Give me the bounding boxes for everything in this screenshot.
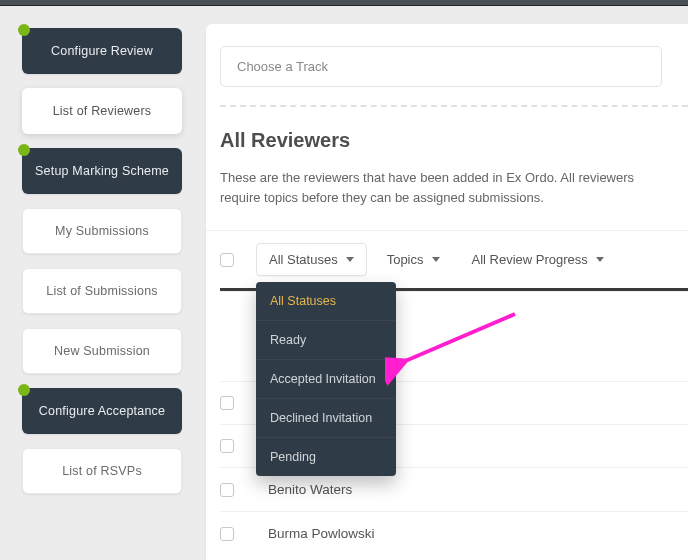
filter-progress-label: All Review Progress xyxy=(472,252,588,267)
status-option-accepted[interactable]: Accepted Invitation xyxy=(256,359,396,398)
status-option-ready[interactable]: Ready xyxy=(256,320,396,359)
sidebar-item-label: List of Reviewers xyxy=(53,104,152,118)
panel: Choose a Track All Reviewers These are t… xyxy=(206,24,688,560)
page-title: All Reviewers xyxy=(220,129,688,152)
chevron-down-icon xyxy=(346,257,354,262)
filter-status[interactable]: All Statuses All Statuses Ready Accepted… xyxy=(256,243,367,276)
status-option-label: Accepted Invitation xyxy=(270,372,376,386)
status-dot-icon xyxy=(18,24,30,36)
status-option-label: Pending xyxy=(270,450,316,464)
status-option-declined[interactable]: Declined Invitation xyxy=(256,398,396,437)
sidebar: Configure Review List of Reviewers Setup… xyxy=(0,6,188,560)
track-bar: Choose a Track xyxy=(206,24,688,87)
row-checkbox[interactable] xyxy=(220,483,234,497)
sidebar-item-label: Configure Acceptance xyxy=(39,404,165,418)
status-option-label: Ready xyxy=(270,333,306,347)
reviewer-name: Benito Waters xyxy=(268,482,352,497)
sidebar-item-label: List of Submissions xyxy=(46,284,157,298)
sidebar-item-label: Setup Marking Scheme xyxy=(35,164,169,178)
sidebar-item-label: My Submissions xyxy=(55,224,149,238)
track-select[interactable]: Choose a Track xyxy=(220,46,662,87)
filter-topics-label: Topics xyxy=(387,252,424,267)
filter-progress[interactable]: All Review Progress xyxy=(460,244,616,275)
page: Configure Review List of Reviewers Setup… xyxy=(0,6,688,560)
sidebar-item-configure-review[interactable]: Configure Review xyxy=(22,28,176,74)
filter-status-label: All Statuses xyxy=(269,252,338,267)
divider-dashed xyxy=(220,105,688,107)
status-dot-icon xyxy=(18,384,30,396)
status-option-label: All Statuses xyxy=(270,294,336,308)
status-option-pending[interactable]: Pending xyxy=(256,437,396,476)
select-all-checkbox[interactable] xyxy=(220,253,234,267)
status-dropdown: All Statuses Ready Accepted Invitation D… xyxy=(256,282,396,476)
page-description: These are the reviewers that have been a… xyxy=(220,168,664,208)
sidebar-item-list-of-reviewers[interactable]: List of Reviewers xyxy=(22,88,176,134)
sidebar-item-setup-marking-scheme[interactable]: Setup Marking Scheme xyxy=(22,148,176,194)
row-checkbox[interactable] xyxy=(220,396,234,410)
chevron-down-icon xyxy=(432,257,440,262)
sidebar-item-label: List of RSVPs xyxy=(62,464,142,478)
status-dot-icon xyxy=(18,144,30,156)
row-checkbox[interactable] xyxy=(220,439,234,453)
sidebar-item-configure-acceptance[interactable]: Configure Acceptance xyxy=(22,388,176,434)
sidebar-item-label: New Submission xyxy=(54,344,150,358)
status-option-label: Declined Invitation xyxy=(270,411,372,425)
track-placeholder: Choose a Track xyxy=(237,59,328,74)
chevron-down-icon xyxy=(596,257,604,262)
table-row: Burma Powlowski xyxy=(220,511,688,555)
row-checkbox[interactable] xyxy=(220,527,234,541)
filter-topics[interactable]: Topics xyxy=(375,244,452,275)
reviewer-name: Burma Powlowski xyxy=(268,526,375,541)
status-option-all[interactable]: All Statuses xyxy=(256,282,396,320)
sidebar-item-list-of-submissions[interactable]: List of Submissions xyxy=(22,268,176,314)
sidebar-item-label: Configure Review xyxy=(51,44,153,58)
main: Choose a Track All Reviewers These are t… xyxy=(188,6,688,560)
sidebar-item-new-submission[interactable]: New Submission xyxy=(22,328,176,374)
filter-bar: All Statuses All Statuses Ready Accepted… xyxy=(206,230,688,288)
sidebar-item-list-of-rsvps[interactable]: List of RSVPs xyxy=(22,448,176,494)
sidebar-item-my-submissions[interactable]: My Submissions xyxy=(22,208,176,254)
